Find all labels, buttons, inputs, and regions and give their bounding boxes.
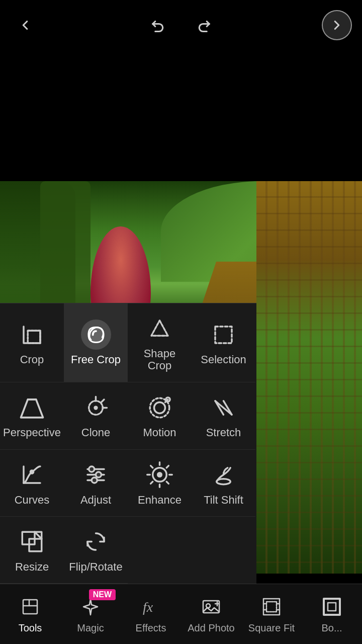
stretch-icon: [209, 392, 239, 423]
tool-crop[interactable]: Crop: [0, 303, 64, 382]
tool-flip-rotate[interactable]: Flip/Rotate: [64, 517, 128, 584]
svg-point-50: [206, 604, 210, 608]
tools-panel: Crop Free Crop Shape Crop Selection: [0, 303, 256, 584]
free-crop-label: Free Crop: [71, 354, 121, 366]
selection-label: Selection: [201, 354, 246, 366]
motion-icon: [145, 392, 175, 423]
crop-label: Crop: [20, 354, 44, 366]
nav-square-fit[interactable]: Square Fit: [241, 584, 302, 644]
svg-marker-2: [151, 320, 168, 336]
stretch-label: Stretch: [206, 427, 241, 439]
svg-line-18: [215, 401, 232, 415]
svg-rect-60: [328, 603, 336, 611]
svg-line-37: [166, 466, 168, 468]
tool-free-crop[interactable]: Free Crop: [64, 303, 128, 382]
right-photo-area: [256, 181, 362, 574]
adjust-label: Adjust: [80, 494, 111, 506]
svg-rect-54: [266, 602, 277, 612]
clone-icon: [81, 392, 111, 423]
svg-point-27: [89, 466, 95, 472]
add-photo-nav-label: Add Photo: [188, 622, 234, 634]
nav-add-photo[interactable]: Add Photo: [181, 584, 241, 644]
new-badge: NEW: [89, 589, 116, 600]
bottom-nav: Tools NEW Magic fx Effects Ad: [0, 584, 362, 644]
tool-clone[interactable]: Clone: [64, 382, 128, 449]
tool-selection[interactable]: Selection: [192, 303, 255, 382]
back-button[interactable]: [10, 10, 40, 40]
svg-point-29: [92, 477, 97, 483]
flip-rotate-icon: [81, 527, 111, 557]
svg-line-39: [166, 481, 168, 484]
crop-icon: [17, 319, 47, 350]
svg-rect-59: [324, 599, 340, 615]
tool-curves[interactable]: Curves: [0, 450, 64, 517]
svg-line-5: [21, 399, 28, 418]
top-bar: [0, 0, 362, 50]
curves-icon: [17, 460, 47, 490]
effects-nav-icon: fx: [138, 594, 163, 619]
tool-adjust[interactable]: Adjust: [64, 450, 128, 517]
curves-label: Curves: [15, 494, 50, 506]
nav-borders[interactable]: Bo...: [302, 584, 362, 644]
resize-icon: [17, 527, 47, 557]
svg-rect-3: [215, 327, 232, 343]
perspective-label: Perspective: [3, 427, 61, 439]
svg-marker-47: [83, 599, 98, 615]
svg-line-43: [35, 532, 42, 539]
motion-label: Motion: [143, 427, 176, 439]
undo-button[interactable]: [143, 10, 173, 40]
borders-nav-icon: [319, 594, 344, 619]
svg-point-23: [30, 470, 34, 474]
shape-crop-icon: [145, 313, 175, 344]
svg-point-31: [157, 472, 162, 477]
svg-line-13: [102, 399, 105, 403]
tool-motion[interactable]: Motion: [128, 382, 192, 449]
svg-rect-0: [28, 331, 40, 343]
tools-nav-icon: [18, 594, 43, 619]
tools-nav-label: Tools: [19, 622, 42, 634]
svg-rect-44: [23, 600, 37, 614]
svg-point-14: [154, 402, 165, 413]
nav-effects[interactable]: fx Effects: [121, 584, 181, 644]
tool-shape-crop[interactable]: Shape Crop: [128, 303, 192, 382]
nav-tools[interactable]: Tools: [0, 584, 60, 644]
svg-line-6: [36, 399, 43, 418]
flip-rotate-label: Flip/Rotate: [69, 561, 122, 573]
next-button[interactable]: [322, 10, 352, 40]
add-photo-nav-icon: [199, 594, 224, 619]
enhance-icon: [145, 460, 175, 490]
effects-nav-label: Effects: [136, 622, 166, 634]
clone-label: Clone: [81, 427, 110, 439]
svg-line-38: [151, 481, 153, 484]
tool-tilt-shift[interactable]: Tilt Shift: [192, 450, 255, 517]
borders-nav-label: Bo...: [321, 622, 342, 634]
free-crop-icon: [81, 319, 111, 350]
svg-point-10: [94, 406, 98, 410]
tool-perspective[interactable]: Perspective: [0, 382, 64, 449]
tool-enhance[interactable]: Enhance: [128, 450, 192, 517]
redo-button[interactable]: [189, 10, 219, 40]
magic-nav-label: Magic: [77, 622, 104, 634]
tool-stretch[interactable]: Stretch: [192, 382, 255, 449]
top-center-controls: [143, 10, 219, 40]
tilt-shift-label: Tilt Shift: [204, 494, 243, 506]
tilt-shift-icon: [209, 460, 239, 490]
svg-line-36: [151, 466, 153, 468]
adjust-icon: [81, 460, 111, 490]
perspective-icon: [17, 392, 47, 423]
shape-crop-label: Shape Crop: [133, 348, 187, 372]
tool-resize[interactable]: Resize: [0, 517, 64, 584]
nav-magic[interactable]: NEW Magic: [60, 584, 121, 644]
svg-point-40: [217, 479, 231, 485]
svg-text:fx: fx: [143, 599, 153, 615]
square-fit-nav-icon: [259, 594, 284, 619]
enhance-label: Enhance: [138, 494, 182, 506]
resize-label: Resize: [15, 561, 49, 573]
square-fit-nav-label: Square Fit: [248, 622, 295, 634]
selection-icon: [209, 319, 239, 350]
svg-point-28: [96, 472, 102, 477]
